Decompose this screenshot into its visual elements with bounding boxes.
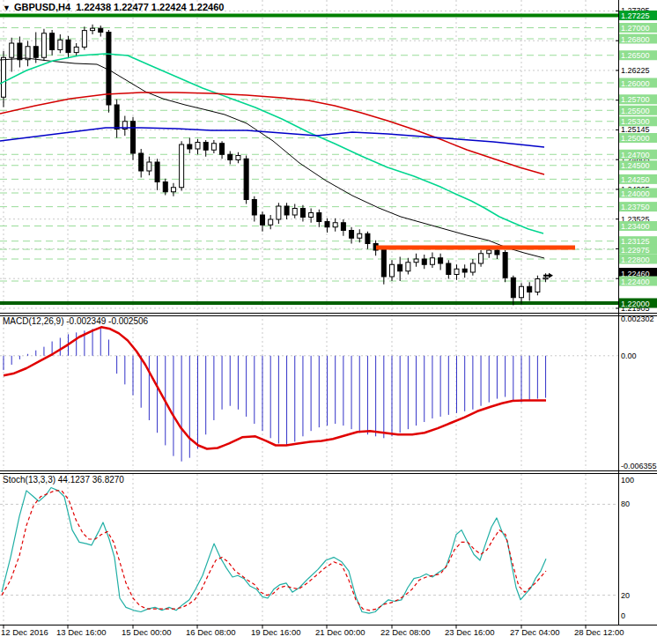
svg-text:1.24000: 1.24000 — [621, 189, 650, 198]
symbol-dropdown-icon[interactable]: ▼ — [3, 4, 11, 12]
svg-text:12 Dec 2016: 12 Dec 2016 — [1, 627, 48, 637]
svg-text:1.24700: 1.24700 — [621, 151, 650, 159]
svg-text:23 Dec 16:00: 23 Dec 16:00 — [445, 627, 495, 637]
svg-text:1.27000: 1.27000 — [621, 24, 650, 33]
macd-panel[interactable] — [4, 327, 546, 461]
price-axis[interactable]: 1.273051.267651.262251.256851.251451.246… — [616, 6, 657, 313]
svg-text:1.25145: 1.25145 — [621, 125, 650, 134]
svg-text:1.22400: 1.22400 — [621, 278, 650, 286]
candlesticks — [2, 25, 549, 306]
svg-text:22 Dec 08:00: 22 Dec 08:00 — [380, 627, 431, 637]
grid-lines — [0, 0, 618, 625]
panel-borders — [0, 0, 657, 629]
svg-text:1.22000: 1.22000 — [621, 300, 650, 308]
ohlc-readout: 1.22438 1.22477 1.22424 1.22460 — [76, 2, 224, 12]
svg-text:1.23400: 1.23400 — [621, 222, 650, 231]
indicator-axis-labels: 0.0023020.00-0.00635510080200 — [621, 315, 657, 620]
svg-text:-0.006355: -0.006355 — [621, 462, 657, 470]
svg-text:19 Dec 16:00: 19 Dec 16:00 — [251, 627, 301, 637]
svg-text:0.00: 0.00 — [621, 352, 637, 360]
svg-text:1.26800: 1.26800 — [621, 35, 650, 44]
svg-text:1.25700: 1.25700 — [621, 95, 650, 104]
svg-text:16 Dec 08:00: 16 Dec 08:00 — [186, 627, 236, 637]
svg-text:100: 100 — [621, 476, 634, 485]
svg-text:13 Dec 16:00: 13 Dec 16:00 — [56, 627, 107, 637]
time-axis[interactable]: 12 Dec 201613 Dec 16:0015 Dec 00:0016 De… — [1, 627, 624, 637]
svg-text:1.24250: 1.24250 — [621, 175, 650, 184]
svg-text:21 Dec 00:00: 21 Dec 00:00 — [315, 627, 365, 637]
svg-text:28 Dec 12:00: 28 Dec 12:00 — [574, 627, 624, 637]
svg-text:1.26500: 1.26500 — [621, 51, 650, 60]
moving-averages — [0, 54, 544, 258]
svg-text:15 Dec 00:00: 15 Dec 00:00 — [122, 627, 172, 637]
chart-header[interactable]: ▼GBPUSD,H4 1.22438 1.22477 1.22424 1.224… — [3, 2, 224, 12]
stoch-indicator-label: Stoch(13,3,3) 44.1237 36.8270 — [3, 475, 124, 485]
svg-text:1.23750: 1.23750 — [621, 203, 650, 211]
svg-text:1.27225: 1.27225 — [621, 11, 650, 20]
trading-chart-window: 1.273051.267651.262251.256851.251451.246… — [0, 0, 657, 644]
svg-text:1.26000: 1.26000 — [621, 79, 650, 88]
svg-text:0: 0 — [621, 611, 625, 620]
svg-text:27 Dec 04:00: 27 Dec 04:00 — [510, 627, 560, 637]
svg-text:1.22800: 1.22800 — [621, 255, 650, 264]
svg-text:1.26225: 1.26225 — [621, 66, 650, 75]
macd-indicator-label: MACD(12,26,9) -0.002349 -0.002506 — [3, 316, 148, 326]
svg-text:1.24500: 1.24500 — [621, 161, 650, 170]
svg-text:1.25000: 1.25000 — [621, 134, 650, 143]
stoch-panel[interactable] — [2, 488, 546, 614]
svg-text:80: 80 — [621, 500, 630, 508]
svg-text:1.25300: 1.25300 — [621, 117, 650, 126]
svg-text:1.25500: 1.25500 — [621, 107, 650, 115]
svg-text:0.002302: 0.002302 — [621, 315, 654, 323]
svg-text:1.22975: 1.22975 — [621, 246, 650, 255]
svg-text:20: 20 — [621, 591, 630, 600]
symbol-title: GBPUSD,H4 — [14, 2, 70, 12]
